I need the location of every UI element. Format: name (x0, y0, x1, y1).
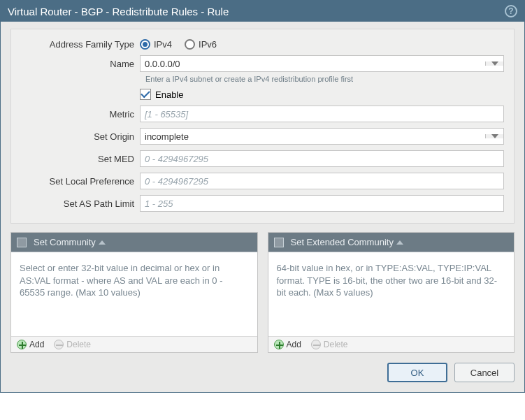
radio-ipv6-label: IPv6 (199, 39, 217, 50)
panel-set-community-checkbox[interactable] (17, 238, 27, 247)
row-set-as-path-limit: Set AS Path Limit (21, 195, 504, 212)
row-address-family: Address Family Type IPv4 IPv6 (21, 39, 504, 50)
set-local-pref-input[interactable] (141, 176, 503, 187)
ext-community-add-button[interactable]: Add (274, 340, 301, 349)
set-origin-dropdown-button[interactable] (485, 134, 503, 138)
delete-icon (311, 340, 321, 349)
sort-asc-icon (396, 240, 403, 245)
panel-set-ext-community-header[interactable]: Set Extended Community (268, 233, 515, 252)
community-add-button[interactable]: Add (17, 340, 44, 349)
label-set-origin: Set Origin (21, 131, 140, 142)
button-bar: OK Cancel (10, 363, 515, 382)
add-icon (17, 340, 27, 349)
ext-community-delete-label: Delete (324, 340, 348, 349)
radio-ipv6-indicator (185, 39, 195, 50)
panel-set-community-body: Select or enter 32-bit value in decimal … (11, 252, 257, 336)
name-dropdown-button[interactable] (485, 61, 503, 66)
sort-asc-icon (99, 240, 106, 245)
row-set-med: Set MED (21, 150, 504, 167)
panel-set-ext-community-body: 64-bit value in hex, or in TYPE:AS:VAL, … (268, 252, 515, 336)
name-hint: Enter a IPv4 subnet or create a IPv4 red… (21, 75, 504, 83)
help-icon[interactable]: ? (505, 5, 517, 17)
name-input[interactable] (141, 59, 485, 69)
set-origin-input[interactable] (141, 131, 485, 142)
panel-set-ext-community-footer: Add Delete (268, 336, 515, 352)
radio-ipv6[interactable]: IPv6 (185, 39, 217, 50)
set-as-path-limit-input[interactable] (141, 198, 503, 209)
chevron-down-icon (491, 61, 498, 66)
row-name: Name (21, 55, 504, 72)
form-area: Address Family Type IPv4 IPv6 Name (10, 29, 515, 224)
ext-community-add-label: Add (287, 340, 301, 349)
panel-set-ext-community-checkbox[interactable] (274, 238, 284, 247)
enable-label: Enable (155, 89, 183, 100)
label-address-family: Address Family Type (21, 39, 140, 50)
row-enable: Enable (21, 89, 504, 100)
address-family-radio-group: IPv4 IPv6 (140, 39, 504, 50)
dialog-title: Virtual Router - BGP - Redistribute Rule… (8, 6, 229, 17)
set-as-path-limit-field[interactable] (140, 195, 504, 212)
chevron-down-icon (491, 134, 498, 138)
row-set-local-pref: Set Local Preference (21, 173, 504, 189)
content: Address Family Type IPv4 IPv6 Name (1, 22, 524, 392)
label-set-med: Set MED (21, 154, 140, 164)
panel-set-community-header[interactable]: Set Community (11, 233, 257, 252)
ok-button[interactable]: OK (387, 363, 447, 382)
panel-set-community-title: Set Community (34, 237, 96, 247)
radio-ipv4-indicator (140, 39, 150, 50)
community-add-label: Add (29, 340, 44, 349)
metric-input[interactable] (141, 109, 503, 120)
set-origin-select[interactable] (140, 128, 504, 145)
delete-icon (54, 340, 64, 349)
ext-community-delete-button: Delete (311, 340, 348, 349)
set-local-pref-field[interactable] (140, 173, 504, 189)
cancel-button[interactable]: Cancel (454, 363, 515, 382)
radio-ipv4-label: IPv4 (154, 39, 172, 50)
radio-ipv4[interactable]: IPv4 (140, 39, 172, 50)
row-set-origin: Set Origin (21, 128, 504, 145)
panels: Set Community Select or enter 32-bit val… (10, 232, 515, 353)
community-delete-label: Delete (66, 340, 91, 349)
label-set-as-path-limit: Set AS Path Limit (21, 198, 140, 209)
label-set-local-pref: Set Local Preference (21, 176, 140, 187)
add-icon (274, 340, 284, 349)
name-select[interactable] (140, 55, 504, 72)
row-metric: Metric (21, 106, 504, 122)
community-delete-button: Delete (54, 340, 91, 349)
panel-set-ext-community: Set Extended Community 64-bit value in h… (268, 232, 515, 353)
enable-field: Enable (140, 89, 504, 100)
dialog: Virtual Router - BGP - Redistribute Rule… (0, 0, 525, 393)
set-med-input[interactable] (141, 154, 503, 164)
panel-set-ext-community-title: Set Extended Community (291, 237, 394, 247)
label-metric: Metric (21, 109, 140, 120)
titlebar: Virtual Router - BGP - Redistribute Rule… (1, 1, 524, 22)
label-name: Name (21, 59, 140, 69)
panel-set-community: Set Community Select or enter 32-bit val… (10, 232, 258, 353)
set-med-field[interactable] (140, 150, 504, 167)
panel-set-community-footer: Add Delete (11, 336, 257, 352)
enable-checkbox[interactable] (140, 89, 151, 100)
metric-field[interactable] (140, 106, 504, 122)
